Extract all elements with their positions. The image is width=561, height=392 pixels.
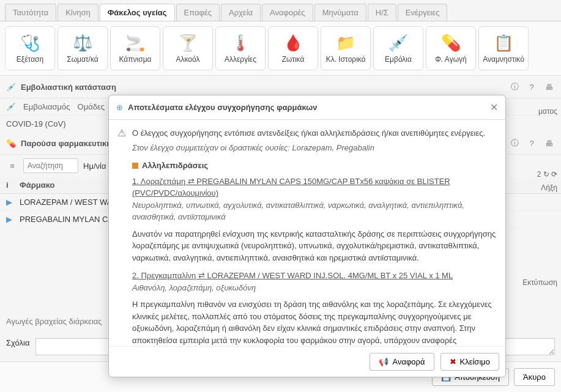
pills-icon: 💊 [6,139,16,148]
close-icon[interactable]: ✕ [490,102,498,113]
print-icon[interactable]: 🖶 [543,81,555,93]
clipboard-icon: 📋 [494,34,513,53]
interaction-1-categories: Νευροληπτικά, υπνωτικά, αγχολυτικά, αντι… [132,199,497,223]
col-info: i [6,180,20,190]
bp-icon: 🩸 [283,34,303,53]
interactions-heading: Αλληλεπιδράσεις [132,160,497,172]
help-icon[interactable]: ? [526,81,538,93]
toolbar-vaccines[interactable]: 💉Εμβόλια [373,26,423,70]
toolbar-smoking[interactable]: 🚬Κάπνισμα [110,26,160,70]
info-icon[interactable]: ⓘ [508,81,521,93]
subtab-groups[interactable]: Ομάδες [78,102,105,111]
cancel-button[interactable]: Άκυρο [514,368,555,386]
horn-icon: 📢 [379,357,388,366]
modal-intro: Ο έλεγχος συγχορήγησης εντόπισε αντενδεί… [132,127,497,139]
toolbar-allergies[interactable]: 🌡️Αλλεργίες [215,26,266,70]
vaccination-title: Εμβολιαστική κατάσταση [21,83,503,92]
search-input[interactable] [23,158,78,173]
modal-sub: Στον έλεγχο συμμετείχαν οι δραστικές ουσ… [132,142,497,154]
tab-hs[interactable]: Η/Σ [368,4,396,21]
scale-icon: ⚖️ [73,34,92,53]
tab-identity[interactable]: Ταυτότητα [5,4,56,21]
syringe-icon: 💉 [6,102,16,111]
play-icon[interactable]: ▶ [6,198,20,207]
comments-label: Σχόλια [6,338,29,355]
side-nums: 2 ↻ ⟳ [537,170,557,179]
toolbar-exam[interactable]: 🩺Εξέταση [5,26,55,70]
cigarette-icon: 🚬 [125,34,145,53]
date-label: Ημ/νία [83,161,106,171]
interaction-1-body: Δυνατόν να παρατηρηθεί ενίσχυση της κεντ… [132,228,497,264]
filter-icon[interactable]: ≡ [6,160,18,172]
tab-reports[interactable]: Αναφορές [262,4,313,21]
close-button[interactable]: ✖Κλείσιμο [440,353,500,371]
toolbar-history[interactable]: 📁Κλ. Ιστορικό [321,26,371,70]
toolbar-somat[interactable]: ⚖️Σωματ/κά [58,26,108,70]
help-icon[interactable]: ? [526,137,538,149]
syringe-icon: 💉 [6,83,16,92]
toolbar: 🩺Εξέταση ⚖️Σωματ/κά 🚬Κάπνισμα 🍸Αλκοόλ 🌡️… [0,21,561,76]
allergy-icon: 🌡️ [231,34,250,53]
drug-interaction-modal: ⊕ Αποτελέσματα ελέγχου συγχορήγησης φαρμ… [108,95,506,377]
toolbar-alcohol[interactable]: 🍸Αλκοόλ [163,26,213,70]
tab-actions[interactable]: Ενέργειες [398,4,448,21]
play-icon[interactable]: ▶ [6,215,20,224]
tab-health-folder[interactable]: Φάκελος υγείας [100,4,175,21]
treatment-cut: ματος [538,107,557,116]
top-tabs: Ταυτότητα Κίνηση Φάκελος υγείας Επαφές Α… [0,0,561,21]
tab-motion[interactable]: Κίνηση [58,4,98,21]
interaction-2-title[interactable]: 2. Πρεγκαμπαλίνη ⇄ LORAZEPAM / WEST WARD… [132,270,497,282]
check-icon: ⊕ [116,103,123,112]
syringe-icon: 💉 [388,34,408,53]
info-icon[interactable]: ⓘ [508,137,521,149]
toolbar-vitals[interactable]: 🩸Ζωτικά [268,26,318,70]
interaction-2-body: Η πρεγκαμπαλίνη πιθανόν να ενισχύσει τη … [132,298,497,346]
cocktail-icon: 🍸 [178,34,198,53]
modal-title: Αποτελέσματα ελέγχου συγχορήγησης φαρμάκ… [128,103,485,112]
print-icon[interactable]: 🖶 [543,137,555,149]
tab-contacts[interactable]: Επαφές [176,4,220,21]
toolbar-anamn[interactable]: 📋Αναμνηστικό [478,26,529,70]
subtab-vaccination[interactable]: Εμβολιασμός [23,102,70,111]
print-label[interactable]: Εκτύπωση [522,278,557,287]
stethoscope-icon: 🩺 [20,34,40,53]
tab-messages[interactable]: Μηνύματα [314,4,366,21]
toolbar-pharma[interactable]: 💊Φ. Αγωγή [426,26,476,70]
interaction-1-title[interactable]: 1. Λοραζεπάμη ⇄ PREGABALIN MYLAN CAPS 15… [132,176,497,199]
report-button[interactable]: 📢Αναφορά [370,353,434,371]
pills-icon: 💊 [441,34,461,53]
tab-archives[interactable]: Αρχεία [221,4,261,21]
x-icon: ✖ [450,357,456,366]
folder-icon: 📁 [336,34,355,53]
warning-icon: ⚠ [117,127,126,339]
col-end: Λήξη [541,183,557,192]
interaction-2-categories: Αιθανόλη, λοραζεπάμη, οξυκωδόνη [132,282,497,294]
